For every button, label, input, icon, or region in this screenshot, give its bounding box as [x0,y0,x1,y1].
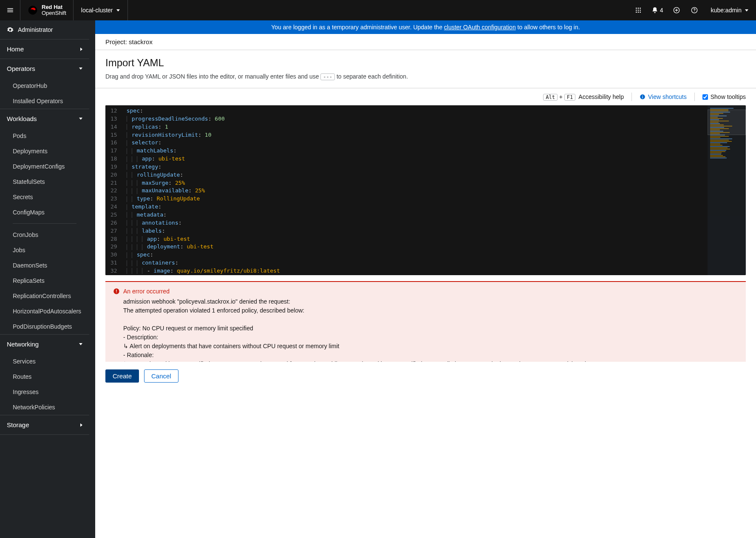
kbd-f1: F1 [564,94,575,101]
view-shortcuts-link[interactable]: View shortcuts [640,93,687,100]
desc-part1: Drag and drop YAML or JSON files into th… [105,73,320,80]
nav-item-replicationcontrollers[interactable]: ReplicationControllers [0,288,89,304]
notification-count: 4 [660,7,663,14]
nav-item-routes[interactable]: Routes [0,369,89,384]
nav-item-replicasets[interactable]: ReplicaSets [0,273,89,288]
nav-item-horizontalpodautoscalers[interactable]: HorizontalPodAutoscalers [0,304,89,319]
cancel-button[interactable]: Cancel [144,369,178,383]
masthead: Red Hat OpenShift local-cluster 4 kube:a… [0,0,756,20]
chevron-down-icon [79,343,82,345]
banner-prefix: You are logged in as a temporary adminis… [271,24,444,31]
a11y-label: Accessibility help [578,93,624,100]
nav-section-workloads[interactable]: Workloads [0,109,89,128]
minimap-viewport[interactable] [708,110,746,135]
caret-down-icon [745,9,748,11]
gear-icon [7,26,14,33]
brand: Red Hat OpenShift [20,0,74,20]
sidebar: Administrator HomeOperatorsOperatorHubIn… [0,20,89,435]
show-tooltips-toggle[interactable]: Show tooltips [702,93,746,100]
nav-section-storage[interactable]: Storage [0,415,89,434]
page-title: Import YAML [105,57,746,69]
nav-item-installed-operators[interactable]: Installed Operators [0,93,89,109]
nav-item-poddisruptionbudgets[interactable]: PodDisruptionBudgets [0,319,89,334]
nav-section-label: Networking [7,341,39,348]
app-launcher-button[interactable] [629,0,647,20]
chevron-right-icon [80,423,82,427]
nav-section-label: Home [7,45,24,53]
tooltips-checkbox[interactable] [702,94,708,100]
code-area[interactable]: spec:progressDeadlineSeconds: 600replica… [122,105,708,275]
svg-point-8 [637,11,639,13]
chevron-right-icon [80,48,82,51]
line-gutter: 1213141516171819202122232425262728293031… [105,105,122,275]
desc-part2: to separate each definition. [335,73,408,80]
nav-item-pods[interactable]: Pods [0,128,89,144]
nav-item-jobs[interactable]: Jobs [0,242,89,258]
svg-point-9 [640,11,641,13]
nav-item-deploymentconfigs[interactable]: DeploymentConfigs [0,159,89,174]
help-button[interactable] [685,0,703,20]
project-bar: Project: stackrox [95,34,756,50]
banner-suffix: to allow others to log in. [516,24,580,31]
brand-line1: Red Hat [42,4,66,10]
create-button[interactable]: Create [105,369,139,383]
redhat-logo-icon [27,5,38,16]
error-icon [113,288,120,295]
shortcuts-label: View shortcuts [648,93,687,100]
page-description: Drag and drop YAML or JSON files into th… [105,73,746,80]
error-body: admission webhook "policyeval.stackrox.i… [123,297,738,362]
svg-point-1 [636,8,637,9]
project-name: stackrox [129,38,153,45]
minimap[interactable] [708,105,746,275]
info-icon [640,94,646,100]
user-menu[interactable]: kube:admin [703,7,756,14]
yaml-editor[interactable]: 1213141516171819202122232425262728293031… [105,105,746,275]
svg-point-2 [637,8,639,9]
nav-subdivider [13,223,76,224]
nav-item-daemonsets[interactable]: DaemonSets [0,258,89,273]
perspective-switcher[interactable]: Administrator [0,20,89,39]
banner-link[interactable]: cluster OAuth configuration [444,24,516,31]
nav-section-home[interactable]: Home [0,39,89,59]
svg-point-5 [637,10,639,11]
hamburger-button[interactable] [0,0,20,20]
svg-point-3 [640,8,641,9]
desc-kbd: --- [320,73,335,80]
nav-section-networking[interactable]: Networking [0,335,89,354]
nav-item-services[interactable]: Services [0,354,89,369]
nav-item-operatorhub[interactable]: OperatorHub [0,78,89,93]
project-label: Project: [105,38,127,45]
add-button[interactable] [668,0,685,20]
nav-item-secrets[interactable]: Secrets [0,189,89,205]
page-header: Import YAML Drag and drop YAML or JSON f… [95,50,756,88]
nav-section-operators[interactable]: Operators [0,59,89,78]
separator [631,93,632,101]
nav-item-configmaps[interactable]: ConfigMaps [0,205,89,220]
plus-sign: + [559,93,563,100]
svg-point-6 [640,10,641,11]
footer-actions: Create Cancel [95,362,756,390]
perspective-label: Administrator [18,26,53,33]
login-banner: You are logged in as a temporary adminis… [95,20,756,34]
nav-section-label: Storage [7,421,29,428]
chevron-down-icon [79,68,82,70]
notifications-button[interactable]: 4 [647,0,668,20]
svg-point-12 [694,11,694,12]
nav-item-ingresses[interactable]: Ingresses [0,384,89,400]
nav-item-cronjobs[interactable]: CronJobs [0,227,89,242]
svg-point-4 [636,10,637,11]
cluster-name: local-cluster [81,7,113,14]
nav-section-label: Operators [7,65,35,72]
nav-divider [0,434,89,435]
nav-section-label: Workloads [7,115,37,122]
error-panel: An error occurred admission webhook "pol… [105,281,746,362]
a11y-hint: Alt + F1 Accessibility help [543,93,624,101]
svg-point-7 [636,11,637,13]
separator [694,93,695,101]
project-picker[interactable]: Project: stackrox [105,38,157,45]
cluster-picker[interactable]: local-cluster [74,0,128,20]
nav-item-networkpolicies[interactable]: NetworkPolicies [0,400,89,415]
user-name: kube:admin [711,7,742,14]
nav-item-statefulsets[interactable]: StatefulSets [0,174,89,189]
nav-item-deployments[interactable]: Deployments [0,144,89,159]
